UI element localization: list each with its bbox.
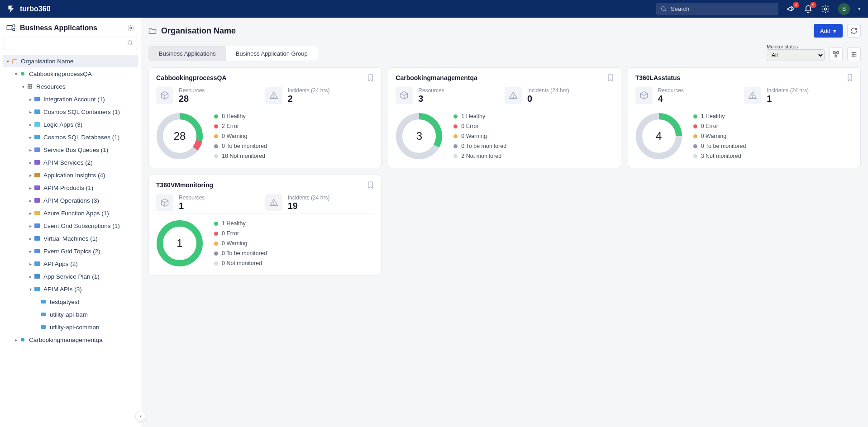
bookmark-icon[interactable] [847, 74, 853, 81]
tree-resource-item[interactable]: ▸API Apps (2) [0, 257, 141, 270]
tree-organisation[interactable]: ▾ ▢ Organisation Name [3, 55, 138, 67]
add-button[interactable]: Add▾ [814, 24, 843, 38]
incidents-count: 2 [288, 94, 330, 104]
legend-item: 2 Error [214, 123, 267, 129]
bookmark-icon[interactable] [367, 181, 374, 189]
az-icon [33, 109, 41, 114]
tree-resource-item[interactable]: ▸Application Insights (4) [0, 169, 141, 181]
tree-resource-item[interactable]: ▸App Service Plan (1) [0, 270, 141, 283]
tree-resource-item[interactable]: ▸Service Bus Queues (1) [0, 143, 141, 156]
map-view-button[interactable] [829, 47, 843, 61]
az-icon [33, 173, 41, 177]
search-icon [661, 6, 667, 12]
search-input[interactable] [671, 5, 774, 12]
alert-icon [265, 87, 282, 104]
tree-api-item[interactable]: utility-api-common [0, 321, 141, 333]
status-donut: 1 [156, 220, 203, 267]
status-legend: 1 Healthy0 Error0 Warning0 To be monitor… [453, 113, 506, 159]
tree-api-item[interactable]: utility-api-bam [0, 308, 141, 321]
tree-resource-item[interactable]: ▸Virtual Machines (1) [0, 232, 141, 245]
refresh-button[interactable] [847, 24, 861, 38]
status-donut: 28 [156, 113, 203, 160]
card-title: CabbookingprocessQA [156, 74, 227, 81]
alert-icon [505, 87, 522, 104]
svg-line-10 [131, 44, 133, 45]
tab-business-applications[interactable]: Business Applications [149, 46, 226, 61]
view-tabs: Business Applications Business Applicati… [148, 46, 318, 61]
tree-resource-item[interactable]: ▸Event Grid Topics (2) [0, 245, 141, 257]
settings-icon[interactable] [821, 5, 830, 14]
application-card[interactable]: T360LAsstatusResources4Incidents (24 hrs… [628, 67, 861, 168]
tree-resource-item[interactable]: ▸APIM Products (1) [0, 181, 141, 194]
announcements-badge: 3 [793, 2, 799, 8]
cube-icon [396, 87, 413, 104]
monitor-status-filter: Monitor status All [767, 44, 825, 61]
az-icon [33, 223, 41, 228]
application-card[interactable]: CabbookingprocessQAResources28Incidents … [148, 67, 382, 168]
sidebar-search-input[interactable] [4, 37, 137, 50]
tree-api-item[interactable]: testqatyest [0, 295, 141, 308]
card-title: Carbookingmanagementqa [396, 74, 477, 81]
donut-total: 4 [635, 113, 682, 160]
az-icon [33, 198, 41, 203]
tree-resource-item[interactable]: ▸APIM Services (2) [0, 156, 141, 169]
legend-item: 18 Not monitored [214, 153, 267, 159]
tree-resource-item[interactable]: ▸Event Grid Subscriptions (1) [0, 219, 141, 232]
tree-resources[interactable]: ▾ Resources [0, 80, 141, 93]
brand-logo-icon [7, 5, 16, 14]
svg-point-9 [128, 41, 132, 44]
tree-resource-item[interactable]: ▸APIM Operations (3) [0, 194, 141, 207]
legend-item: 0 Warning [214, 133, 267, 139]
application-card[interactable]: CarbookingmanagementqaResources3Incident… [388, 67, 621, 168]
tree-resource-item[interactable]: ▸Logic Apps (3) [0, 118, 141, 131]
svg-line-1 [665, 9, 666, 11]
search-icon [127, 40, 134, 46]
collapse-sidebar-button[interactable]: ‹ [135, 411, 146, 422]
tree-resource-item[interactable]: ▸Cosmos SQL Databases (1) [0, 131, 141, 143]
tree-resource-item[interactable]: ▸Cosmos SQL Containers (1) [0, 105, 141, 118]
legend-item: 0 Warning [214, 240, 267, 247]
application-card[interactable]: T360VMmonitoringResources1Incidents (24 … [148, 175, 382, 275]
legend-item: 0 To be monitored [453, 143, 506, 149]
brand-logo[interactable]: turbo360 [7, 5, 51, 14]
status-donut: 3 [396, 113, 443, 160]
monitor-status-select[interactable]: All [767, 49, 825, 61]
legend-item: 0 To be monitored [214, 250, 267, 256]
legend-item: 0 To be monitored [693, 143, 746, 149]
tree-other-app[interactable]: ▸ Carbookingmanagementqa [0, 333, 141, 346]
legend-item: 0 To be monitored [214, 143, 267, 149]
tab-business-application-group[interactable]: Business Application Group [226, 46, 318, 61]
tree-resource-item[interactable]: ▸Azure Function Apps (1) [0, 207, 141, 219]
folder-icon [148, 27, 157, 34]
az-icon [33, 147, 41, 152]
legend-item: 2 Not monitored [453, 153, 506, 159]
legend-item: 1 Healthy [453, 113, 506, 119]
svg-point-0 [662, 6, 665, 10]
notifications-badge: 5 [810, 2, 816, 8]
tree-resource-item[interactable]: ▸Integration Account (1) [0, 93, 141, 105]
sidebar: Business Applications ▾ ▢ Organisation N… [0, 18, 141, 427]
sidebar-settings-icon[interactable] [127, 24, 134, 32]
chevron-down-icon: ▾ [833, 28, 836, 34]
tree-app[interactable]: ▾ CabbookingprocessQA [0, 67, 141, 80]
global-search[interactable] [656, 3, 778, 15]
legend-item: 8 Healthy [214, 113, 267, 119]
status-dot-icon [19, 338, 26, 342]
svg-point-22 [273, 97, 274, 98]
sidebar-search[interactable] [4, 37, 137, 50]
notifications-icon[interactable]: 5 [804, 5, 813, 14]
user-avatar[interactable]: S [838, 3, 850, 15]
list-view-button[interactable] [847, 47, 861, 61]
cards-grid: CabbookingprocessQAResources28Incidents … [148, 67, 861, 275]
bookmark-icon[interactable] [367, 74, 374, 81]
tree-apim-apis[interactable]: ▾ APIM APIs (3) [0, 283, 141, 295]
bookmark-icon[interactable] [607, 74, 614, 81]
incidents-count: 19 [288, 201, 330, 211]
announcements-icon[interactable]: 3 [787, 5, 796, 14]
chevron-down-icon[interactable]: ▾ [858, 6, 861, 12]
business-apps-icon [6, 24, 15, 32]
main-content: Organisation Name Add▾ Business Applicat… [141, 18, 868, 427]
status-donut: 4 [635, 113, 682, 160]
svg-rect-4 [13, 25, 15, 27]
az-icon [33, 160, 41, 165]
